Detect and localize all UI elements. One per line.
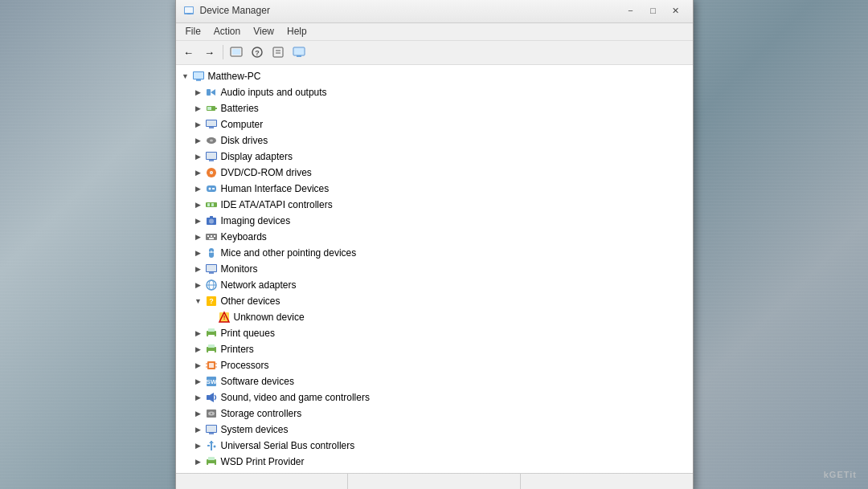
expander[interactable]: ▶: [192, 343, 205, 356]
expander[interactable]: ▶: [192, 86, 205, 99]
list-item[interactable]: ▶ WSD Print Provider: [176, 454, 693, 470]
software-icon: SW: [205, 375, 218, 388]
expander[interactable]: ▶: [192, 407, 205, 420]
list-item[interactable]: ▶ Display adapters: [176, 149, 693, 165]
svg-rect-2: [187, 14, 190, 14]
properties-button[interactable]: [268, 43, 288, 62]
svg-point-31: [211, 172, 212, 173]
svg-point-78: [211, 413, 212, 414]
hid-label: Human Interface Devices: [221, 183, 330, 194]
list-item[interactable]: ▶ Audio inputs and outputs: [176, 84, 693, 100]
system-icon: [205, 423, 218, 436]
list-item[interactable]: ▶ Network adapters: [176, 277, 693, 293]
menu-view[interactable]: View: [247, 24, 280, 39]
svg-rect-42: [207, 235, 209, 237]
expander[interactable]: ▶: [192, 391, 205, 404]
list-item[interactable]: ▶ ! Unknown device: [176, 309, 693, 325]
list-item[interactable]: ▶ Printers: [176, 341, 693, 357]
hid-icon: [205, 182, 218, 195]
title-bar: Device Manager − □ ✕: [176, 0, 693, 23]
list-item[interactable]: ▼ ? Other devices: [176, 293, 693, 309]
mouse-label: Mice and other pointing devices: [221, 247, 357, 259]
menu-action[interactable]: Action: [207, 24, 247, 39]
list-item[interactable]: ▶ Keyboards: [176, 229, 693, 245]
root-label: Matthew-PC: [208, 71, 261, 82]
expander[interactable]: ▶: [192, 198, 205, 211]
keyboard-label: Keyboards: [221, 231, 267, 242]
expander[interactable]: ▶: [192, 455, 205, 468]
list-item[interactable]: ▶ System devices: [176, 422, 693, 438]
list-item[interactable]: ▶ Sound, video and game controllers: [176, 389, 693, 405]
menu-file[interactable]: File: [179, 24, 207, 39]
list-item[interactable]: ▶ Batteries: [176, 100, 693, 116]
menu-help[interactable]: Help: [280, 24, 313, 39]
ide-label: IDE ATA/ATAPI controllers: [221, 199, 333, 210]
expander[interactable]: ▶: [192, 134, 205, 147]
close-button[interactable]: ✕: [665, 2, 686, 18]
toolbar-separator-1: [223, 45, 223, 59]
storage-icon: [205, 407, 218, 420]
expander[interactable]: ▶: [192, 327, 205, 340]
status-bar: [176, 473, 693, 490]
expander[interactable]: ▶: [192, 423, 205, 436]
expander[interactable]: ▶: [192, 102, 205, 115]
back-button[interactable]: ←: [179, 43, 199, 62]
expander[interactable]: ▶: [192, 214, 205, 227]
svg-rect-65: [208, 351, 215, 353]
list-item[interactable]: ▶ Storage controllers: [176, 405, 693, 422]
list-item[interactable]: ▶ Processors: [176, 357, 693, 373]
svg-rect-22: [207, 120, 216, 126]
processor-icon: [205, 359, 218, 372]
list-item[interactable]: ▶ Computer: [176, 116, 693, 132]
svg-point-33: [208, 187, 211, 189]
expander[interactable]: ▶: [192, 359, 205, 372]
list-item[interactable]: ▶ Human Interface Devices: [176, 181, 693, 197]
expander[interactable]: ▶: [192, 230, 205, 243]
watermark: kGETit: [824, 470, 857, 479]
list-item[interactable]: ▶ Disk drives: [176, 132, 693, 149]
expander[interactable]: ▶: [192, 439, 205, 452]
printers-icon: [205, 343, 218, 356]
expander[interactable]: ▶: [192, 247, 205, 259]
help-button[interactable]: ?: [248, 43, 267, 62]
svg-rect-34: [212, 188, 215, 189]
list-item[interactable]: ▶ DVD/CD-ROM drives: [176, 165, 693, 181]
list-item[interactable]: ▶ IDE ATA/ATAPI controllers: [176, 197, 693, 213]
batteries-icon: [205, 102, 218, 115]
expander[interactable]: ▶: [192, 150, 205, 163]
expander[interactable]: ▶: [192, 182, 205, 195]
svg-rect-44: [214, 235, 215, 237]
expander[interactable]: ▼: [192, 295, 205, 308]
list-item[interactable]: ▶ Imaging devices: [176, 213, 693, 229]
printq-icon: [205, 327, 218, 340]
svg-rect-4: [232, 49, 240, 55]
list-item[interactable]: ▶ SW Software devices: [176, 373, 693, 389]
root-expander[interactable]: ▼: [179, 70, 192, 83]
svg-rect-19: [215, 108, 217, 109]
forward-button[interactable]: →: [200, 43, 219, 62]
minimize-button[interactable]: −: [620, 2, 641, 18]
storage-label: Storage controllers: [221, 408, 302, 419]
expander[interactable]: ▶: [192, 166, 205, 179]
status-right: [521, 474, 693, 490]
svg-rect-74: [207, 395, 210, 400]
list-item[interactable]: ▶ Universal Serial Bus controllers: [176, 438, 693, 454]
expander[interactable]: ▶: [192, 118, 205, 131]
maximize-button[interactable]: □: [643, 2, 664, 18]
window-title: Device Manager: [200, 5, 620, 16]
list-item[interactable]: ▶ Print queues: [176, 325, 693, 341]
monitor-button[interactable]: [289, 43, 309, 62]
batteries-label: Batteries: [221, 103, 259, 114]
svg-marker-75: [210, 393, 214, 402]
svg-rect-14: [194, 72, 203, 79]
tree-root[interactable]: ▼ Matthew-PC: [176, 68, 693, 84]
list-item[interactable]: ▶ Mice and other pointing devices: [176, 245, 693, 261]
unknown-label: Unknown device: [234, 312, 305, 323]
list-item[interactable]: ▶ Monitors: [176, 261, 693, 277]
sound-label: Sound, video and game controllers: [221, 392, 370, 403]
show-button[interactable]: [227, 43, 246, 62]
audio-label: Audio inputs and outputs: [221, 87, 327, 98]
expander[interactable]: ▶: [192, 279, 205, 291]
expander[interactable]: ▶: [192, 375, 205, 388]
expander[interactable]: ▶: [192, 263, 205, 275]
